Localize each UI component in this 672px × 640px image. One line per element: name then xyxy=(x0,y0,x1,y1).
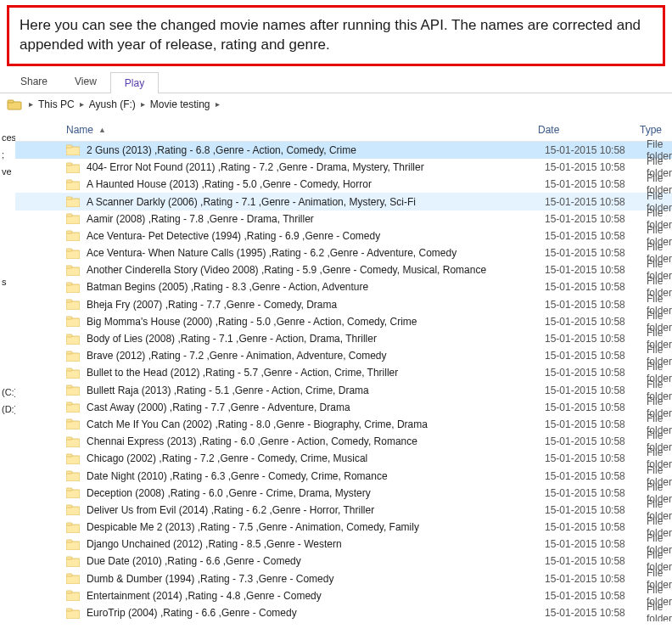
table-row[interactable]: A Scanner Darkly (2006) ,Rating - 7.1 ,G… xyxy=(15,193,672,210)
folder-icon xyxy=(66,470,80,481)
sidebar-item[interactable]: (D:) xyxy=(0,401,15,418)
header-name[interactable]: Name ▲ xyxy=(66,124,538,136)
table-row[interactable]: Dumb & Dumber (1994) ,Rating - 7.3 ,Genr… xyxy=(15,570,672,587)
table-row[interactable]: Chennai Express (2013) ,Rating - 6.0 ,Ge… xyxy=(15,433,672,450)
sort-asc-icon: ▲ xyxy=(98,126,106,134)
tab-share[interactable]: Share xyxy=(7,71,61,93)
file-name: Aamir (2008) ,Rating - 7.8 ,Genre - Dram… xyxy=(87,213,545,225)
svg-rect-11 xyxy=(66,214,72,216)
svg-rect-2 xyxy=(66,147,80,155)
sidebar-item[interactable]: (C:) xyxy=(0,384,15,401)
file-name: Ace Ventura- Pet Detective (1994) ,Ratin… xyxy=(87,230,545,242)
svg-rect-18 xyxy=(66,284,80,293)
folder-icon xyxy=(66,162,80,173)
table-row[interactable]: A Haunted House (2013) ,Rating - 5.0 ,Ge… xyxy=(15,176,672,193)
folder-icon xyxy=(66,351,80,362)
folder-icon xyxy=(66,436,80,447)
svg-rect-15 xyxy=(66,249,72,251)
folder-icon xyxy=(66,573,80,584)
svg-rect-41 xyxy=(66,471,72,474)
table-row[interactable]: 404- Error Not Found (2011) ,Rating - 7.… xyxy=(15,159,672,176)
file-name: Chicago (2002) ,Rating - 7.2 ,Genre - Co… xyxy=(87,452,545,464)
file-name: Catch Me If You Can (2002) ,Rating - 8.0… xyxy=(87,418,545,430)
file-date: 15-01-2015 10:58 xyxy=(545,607,647,619)
file-name: Bullet to the Head (2012) ,Rating - 5.7 … xyxy=(87,367,545,379)
file-name: 2 Guns (2013) ,Rating - 6.8 ,Genre - Act… xyxy=(87,144,545,156)
file-date: 15-01-2015 10:58 xyxy=(545,264,647,276)
file-name: Django Unchained (2012) ,Rating - 8.5 ,G… xyxy=(87,538,545,550)
sidebar-item[interactable]: s xyxy=(0,273,15,290)
file-name: Another Cinderella Story (Video 2008) ,R… xyxy=(87,264,545,276)
svg-rect-4 xyxy=(66,165,80,173)
svg-rect-8 xyxy=(66,199,80,207)
svg-rect-36 xyxy=(66,439,80,447)
table-row[interactable]: Due Date (2010) ,Rating - 6.6 ,Genre - C… xyxy=(15,553,672,570)
file-name: Dumb & Dumber (1994) ,Rating - 7.3 ,Genr… xyxy=(87,573,545,585)
file-name: Body of Lies (2008) ,Rating - 7.1 ,Genre… xyxy=(87,333,545,345)
table-row[interactable]: Bullet to the Head (2012) ,Rating - 5.7 … xyxy=(15,364,672,381)
sidebar-item[interactable]: ces xyxy=(0,129,15,146)
folder-icon xyxy=(66,522,80,533)
sidebar-item[interactable]: ve xyxy=(0,163,15,180)
table-row[interactable]: Aamir (2008) ,Rating - 7.8 ,Genre - Dram… xyxy=(15,211,672,227)
chevron-right-icon[interactable]: ▸ xyxy=(212,99,223,109)
table-row[interactable]: 2 Guns (2013) ,Rating - 6.8 ,Genre - Act… xyxy=(15,142,672,159)
tab-view[interactable]: View xyxy=(61,71,110,93)
svg-rect-13 xyxy=(66,231,72,233)
table-row[interactable]: Deception (2008) ,Rating - 6.0 ,Genre - … xyxy=(15,485,672,502)
folder-icon xyxy=(66,299,80,310)
table-row[interactable]: Brave (2012) ,Rating - 7.2 ,Genre - Anim… xyxy=(15,347,672,364)
table-row[interactable]: Bheja Fry (2007) ,Rating - 7.7 ,Genre - … xyxy=(15,296,672,313)
table-row[interactable]: Django Unchained (2012) ,Rating - 8.5 ,G… xyxy=(15,536,672,553)
table-row[interactable]: Another Cinderella Story (Video 2008) ,R… xyxy=(15,261,672,278)
file-date: 15-01-2015 10:58 xyxy=(545,161,647,173)
table-row[interactable]: Big Momma's House (2000) ,Rating - 5.0 ,… xyxy=(15,313,672,330)
svg-rect-49 xyxy=(66,540,72,542)
breadcrumb-item-drive[interactable]: Ayush (F:) xyxy=(87,98,137,110)
folder-icon xyxy=(66,316,80,327)
table-row[interactable]: Ace Ventura- Pet Detective (1994) ,Ratin… xyxy=(15,227,672,244)
table-row[interactable]: Deliver Us from Evil (2014) ,Rating - 6.… xyxy=(15,502,672,519)
table-row[interactable]: Cast Away (2000) ,Rating - 7.7 ,Genre - … xyxy=(15,399,672,416)
svg-rect-47 xyxy=(66,523,72,525)
chevron-right-icon[interactable]: ▸ xyxy=(25,99,36,109)
folder-icon xyxy=(66,144,80,155)
file-name: Entertainment (2014) ,Rating - 4.8 ,Genr… xyxy=(87,590,545,602)
file-date: 15-01-2015 10:58 xyxy=(545,504,647,516)
svg-rect-16 xyxy=(66,267,80,276)
folder-icon xyxy=(66,504,80,515)
header-date[interactable]: Date xyxy=(538,124,640,136)
table-row[interactable]: Date Night (2010) ,Rating - 6.3 ,Genre -… xyxy=(15,467,672,484)
table-row[interactable]: EuroTrip (2004) ,Rating - 6.6 ,Genre - C… xyxy=(15,604,672,621)
table-row[interactable]: Entertainment (2014) ,Rating - 4.8 ,Genr… xyxy=(15,587,672,604)
table-row[interactable]: Despicable Me 2 (2013) ,Rating - 7.5 ,Ge… xyxy=(15,519,672,536)
folder-icon xyxy=(66,248,80,259)
svg-rect-39 xyxy=(66,454,72,457)
table-row[interactable]: Ace Ventura- When Nature Calls (1995) ,R… xyxy=(15,244,672,261)
breadcrumb-item-pc[interactable]: This PC xyxy=(36,98,76,110)
chevron-right-icon[interactable]: ▸ xyxy=(76,99,87,109)
table-row[interactable]: Body of Lies (2008) ,Rating - 7.1 ,Genre… xyxy=(15,330,672,347)
svg-rect-44 xyxy=(66,507,80,515)
file-list-pane: Name ▲ Date Type 2 Guns (2013) ,Rating -… xyxy=(15,119,672,621)
svg-rect-38 xyxy=(66,456,80,464)
nav-sidebar: ces ; ve s (C:) (D:) xyxy=(0,119,15,621)
file-date: 15-01-2015 10:58 xyxy=(545,281,647,293)
table-row[interactable]: Catch Me If You Can (2002) ,Rating - 8.0… xyxy=(15,416,672,433)
sidebar-item[interactable]: ; xyxy=(0,146,15,163)
folder-icon xyxy=(66,282,80,293)
file-date: 15-01-2015 10:58 xyxy=(545,367,647,379)
chevron-right-icon[interactable]: ▸ xyxy=(137,99,148,109)
table-row[interactable]: Bullett Raja (2013) ,Rating - 5.1 ,Genre… xyxy=(15,382,672,399)
folder-icon xyxy=(66,179,80,190)
tab-play[interactable]: Play xyxy=(110,72,159,93)
annotation-banner: Here you can see the changed movie names… xyxy=(7,5,665,66)
file-name: Batman Begins (2005) ,Rating - 8.3 ,Genr… xyxy=(87,281,545,293)
folder-icon xyxy=(66,487,80,498)
svg-rect-46 xyxy=(66,525,80,533)
table-row[interactable]: Chicago (2002) ,Rating - 7.2 ,Genre - Co… xyxy=(15,450,672,467)
header-type[interactable]: Type xyxy=(640,124,672,136)
breadcrumb-item-folder[interactable]: Movie testing xyxy=(148,98,212,110)
table-row[interactable]: Batman Begins (2005) ,Rating - 8.3 ,Genr… xyxy=(15,278,672,295)
folder-icon xyxy=(66,539,80,550)
